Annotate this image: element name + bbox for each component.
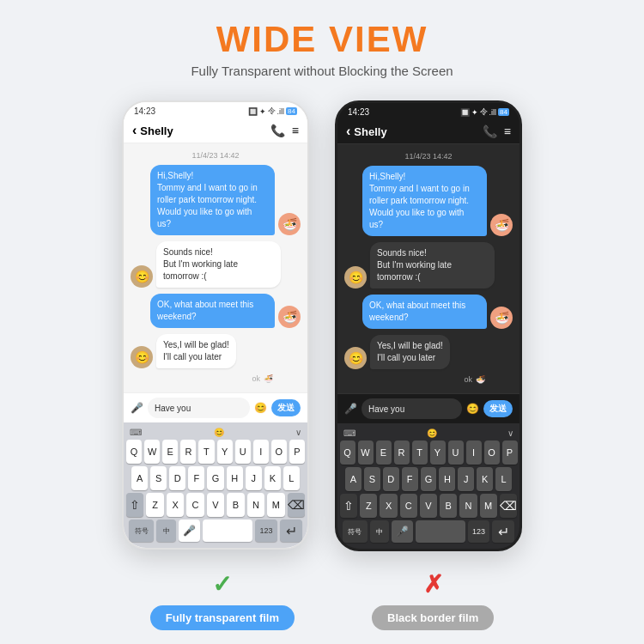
status-bar-left: 14:23 🔲 ✦ 令 .ill 84	[124, 102, 307, 118]
key-b-left[interactable]: B	[227, 493, 244, 517]
key-s-right[interactable]: S	[364, 467, 380, 491]
key-123-right[interactable]: 123	[468, 520, 490, 543]
key-w-left[interactable]: W	[144, 440, 160, 464]
key-g-left[interactable]: G	[207, 466, 223, 490]
key-x-left[interactable]: X	[167, 493, 184, 517]
key-m-right[interactable]: M	[480, 494, 497, 518]
status-bar-right: 14:23 🔲 ✦ 令 .ill 84	[337, 103, 519, 119]
bubble-recv-1-left: Sounds nice!But I'm working late tomorro…	[156, 241, 281, 288]
key-a-right[interactable]: A	[345, 467, 361, 491]
key-j-right[interactable]: J	[458, 467, 474, 491]
key-y-right[interactable]: Y	[430, 440, 446, 465]
input-field-right[interactable]: Have you	[361, 398, 462, 419]
key-shift-left[interactable]: ⇧	[126, 493, 143, 517]
key-o-right[interactable]: O	[484, 440, 500, 465]
page-header: WIDE VIEW Fully Transparent without Bloc…	[191, 0, 453, 83]
label-group-right: ✗ Black border film	[372, 570, 494, 630]
key-u-left[interactable]: U	[235, 440, 251, 464]
key-c-left[interactable]: C	[186, 493, 204, 517]
key-t-left[interactable]: T	[198, 440, 214, 464]
key-i-left[interactable]: I	[253, 440, 269, 464]
mic-icon-left: 🎤	[131, 402, 143, 414]
key-enter-left[interactable]: ↵	[280, 519, 302, 542]
key-a-left[interactable]: A	[131, 466, 148, 490]
key-p-left[interactable]: P	[289, 440, 305, 464]
key-h-left[interactable]: H	[227, 466, 243, 490]
kb-toolbar-chevron: ∨	[295, 428, 301, 437]
key-v-left[interactable]: V	[207, 493, 224, 517]
key-h-right[interactable]: H	[439, 467, 455, 491]
key-e-right[interactable]: E	[376, 440, 392, 465]
msg-sent-1-right: Hi,Shelly!Tommy and I want to go in roll…	[344, 166, 513, 236]
key-c-right[interactable]: C	[400, 494, 417, 518]
key-f-left[interactable]: F	[188, 466, 204, 490]
key-w-right[interactable]: W	[358, 440, 374, 465]
key-symbol-left[interactable]: 符号	[129, 519, 154, 542]
page-title: WIDE VIEW	[191, 19, 453, 60]
avatar-recv-1-left: 😊	[131, 265, 153, 288]
key-r-right[interactable]: R	[394, 440, 410, 465]
status-icons-right: 🔲 ✦ 令 .ill 84	[460, 106, 509, 118]
key-z-right[interactable]: Z	[360, 494, 377, 518]
key-r-left[interactable]: R	[180, 440, 196, 464]
phone-icon-left: 📞	[270, 124, 285, 137]
key-space-left[interactable]	[203, 519, 252, 542]
key-o-left[interactable]: O	[271, 440, 287, 464]
key-123-left[interactable]: 123	[255, 519, 277, 542]
send-button-left[interactable]: 发送	[271, 399, 301, 416]
key-d-right[interactable]: D	[383, 467, 399, 491]
key-s-left[interactable]: S	[150, 466, 167, 490]
input-field-left[interactable]: Have you	[148, 398, 250, 418]
key-x-right[interactable]: X	[380, 494, 397, 518]
ok-row-right: ok 🍜	[344, 375, 513, 384]
send-button-right[interactable]: 发送	[483, 400, 513, 417]
key-y-left[interactable]: Y	[217, 440, 233, 464]
key-z-left[interactable]: Z	[146, 493, 163, 517]
key-t-right[interactable]: T	[412, 440, 428, 465]
key-p-right[interactable]: P	[502, 440, 518, 465]
chat-header-right-icons2: 📞 ≡	[483, 125, 511, 138]
phone-right: 14:23 🔲 ✦ 令 .ill 84 ‹ Shelly 📞 ≡	[335, 100, 522, 551]
key-k-right[interactable]: K	[477, 467, 493, 491]
key-mic-bottom-right[interactable]: 🎤	[392, 520, 413, 543]
key-del-right[interactable]: ⌫	[500, 494, 517, 518]
keyboard-left: ⌨ 😊 ∨ Q W E R T Y U I O P A	[124, 422, 307, 548]
bubble-sent-1-left: Hi,Shelly!Tommy and I want to go in roll…	[150, 165, 275, 235]
key-n-right[interactable]: N	[459, 494, 477, 518]
kb-row-3-left: ⇧ Z X C V B N M ⌫	[126, 493, 305, 517]
key-space-right[interactable]	[416, 520, 465, 543]
key-shift-right[interactable]: ⇧	[340, 494, 357, 518]
phones-comparison: 14:23 🔲 ✦ 令 .ill 84 ‹ Shelly 📞 ≡	[122, 100, 522, 551]
key-q-left[interactable]: Q	[126, 440, 142, 464]
key-m-left[interactable]: M	[267, 493, 284, 517]
kb-row-3-right: ⇧ Z X C V B N M ⌫	[340, 494, 517, 518]
ok-emoji-right: 🍜	[476, 375, 485, 384]
key-mic-bottom-left[interactable]: 🎤	[179, 519, 200, 542]
key-n-left[interactable]: N	[247, 493, 264, 517]
status-icons-left: 🔲 ✦ 令 .ill 84	[248, 106, 297, 117]
input-bar-right: 🎤 Have you 😊 发送	[337, 393, 519, 423]
key-i-right[interactable]: I	[466, 440, 482, 465]
key-b-right[interactable]: B	[440, 494, 457, 518]
key-zh-left[interactable]: 中	[156, 519, 176, 542]
avatar-recv-2-left: 😊	[131, 346, 153, 368]
key-enter-right[interactable]: ↵	[492, 520, 514, 543]
key-l-left[interactable]: L	[283, 466, 300, 490]
key-k-left[interactable]: K	[264, 466, 281, 490]
key-f-right[interactable]: F	[402, 467, 418, 491]
phone-left-shell: 14:23 🔲 ✦ 令 .ill 84 ‹ Shelly 📞 ≡	[122, 100, 309, 550]
key-v-right[interactable]: V	[420, 494, 437, 518]
key-j-left[interactable]: J	[246, 466, 262, 490]
mic-icon-right: 🎤	[344, 403, 357, 415]
key-zh-right[interactable]: 中	[370, 520, 390, 543]
key-l-right[interactable]: L	[495, 467, 512, 491]
key-u-right[interactable]: U	[448, 440, 464, 465]
bubble-sent-2-right: OK, what about meet this weekend?	[362, 295, 487, 329]
key-del-left[interactable]: ⌫	[288, 493, 305, 517]
key-q-right[interactable]: Q	[340, 440, 355, 465]
key-symbol-right[interactable]: 符号	[343, 520, 368, 543]
key-e-left[interactable]: E	[162, 440, 178, 464]
key-g-right[interactable]: G	[421, 467, 437, 491]
bubble-recv-2-right: Yes,I will be glad!I'll call you later	[370, 335, 450, 369]
key-d-left[interactable]: D	[169, 466, 185, 490]
